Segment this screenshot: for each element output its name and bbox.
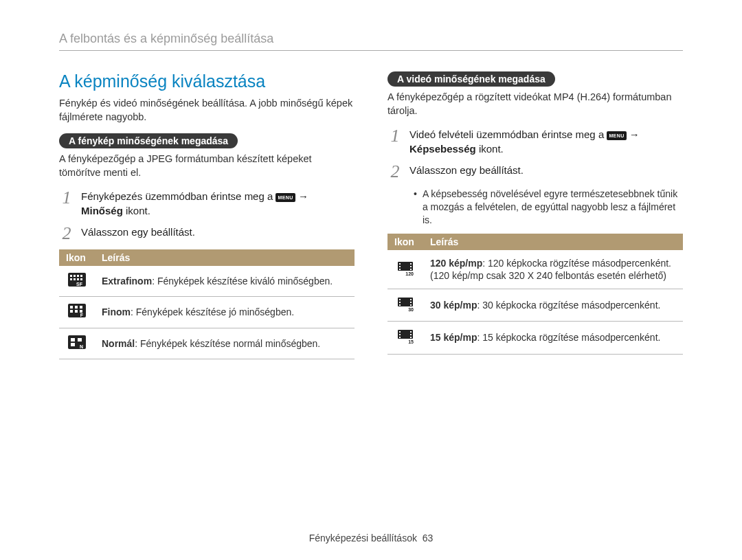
content-columns: A képminőség kiválasztása Fénykép és vid… [59, 71, 683, 359]
svg-rect-18 [68, 335, 86, 349]
svg-rect-40 [399, 331, 401, 333]
right-column: A videó minőségének megadása A fényképez… [387, 71, 683, 359]
svg-rect-21 [71, 343, 75, 346]
photo-quality-pill: A fénykép minőségének megadása [59, 133, 238, 148]
quality-icon-cell: SF [59, 266, 95, 297]
svg-rect-44 [410, 334, 412, 335]
svg-rect-6 [74, 278, 76, 280]
svg-rect-41 [399, 334, 401, 335]
quality-name: Normál [102, 338, 135, 349]
quality-icon-extrafine: SF [68, 273, 86, 287]
step-text-post: ikont. [123, 205, 150, 216]
table-row: N Normál: Fényképek készítése normál min… [59, 328, 355, 359]
svg-rect-28 [410, 266, 412, 267]
framerate-desc: 30 kép/mp: 30 képkocka rögzítése másodpe… [423, 289, 683, 322]
step-number: 2 [387, 163, 403, 181]
svg-rect-8 [80, 278, 82, 280]
menu-icon: MENU [607, 131, 626, 140]
step-body: Válasszon egy beállítást. [409, 163, 524, 177]
bullet-text: A képsebesség növelésével egyre természe… [423, 188, 683, 227]
quality-icon-cell: N [59, 328, 95, 359]
quality-rest: : Fényképek készítése jó minőségben. [131, 306, 294, 317]
svg-rect-25 [399, 266, 401, 267]
footer-page-number: 63 [423, 533, 434, 544]
page-header-title: A felbontás és a képminőség beállítása [59, 32, 683, 50]
svg-rect-5 [70, 278, 72, 280]
svg-rect-19 [71, 338, 75, 341]
svg-text:N: N [80, 344, 83, 349]
header-divider [59, 50, 683, 51]
table-row: 30 30 kép/mp: 30 képkocka rögzítése máso… [387, 289, 683, 322]
svg-rect-36 [410, 302, 412, 303]
page: A felbontás és a képminőség beállítása A… [0, 0, 742, 560]
svg-rect-34 [399, 304, 401, 306]
framerate-rest: : 30 képkocka rögzítése másodpercenként. [477, 300, 660, 311]
th-desc: Leírás [423, 234, 683, 250]
left-step-1: 1 Fényképezés üzemmódban érintse meg a M… [59, 189, 355, 218]
step-text-post: ikont. [476, 143, 504, 155]
framerate-rest: : 120 képkocka rögzítése másodpercenként… [482, 258, 671, 269]
quality-rest: : Fényképek készítése kiváló minőségben. [152, 276, 333, 287]
svg-rect-33 [399, 302, 401, 303]
quality-desc: Normál: Fényképek készítése normál minős… [95, 328, 355, 359]
arrow-icon: → [629, 128, 640, 140]
table-row: F Finom: Fényképek készítése jó minőségb… [59, 297, 355, 328]
section-intro: Fénykép és videó minőségének beállítása.… [59, 97, 355, 124]
svg-rect-15 [75, 310, 78, 313]
framerate-desc: 15 kép/mp: 15 képkocka rögzítése másodpe… [423, 322, 683, 354]
quality-icon-normal: N [68, 335, 86, 349]
framerate-icon-cell: 15 [387, 322, 423, 354]
quality-icon-fine: F [68, 304, 86, 317]
svg-rect-20 [78, 338, 82, 341]
svg-text:120: 120 [405, 271, 414, 276]
left-step-2: 2 Válasszon egy beállítást. [59, 225, 355, 243]
svg-rect-45 [410, 337, 412, 338]
svg-rect-42 [399, 337, 401, 338]
photo-quality-sub: A fényképezőgép a JPEG formátumban készí… [59, 153, 355, 179]
quality-desc: Finom: Fényképek készítése jó minőségben… [95, 297, 355, 328]
framerate-name: 15 kép/mp [430, 332, 477, 343]
footer-label: Fényképezési beállítások [309, 533, 417, 544]
right-step-2: 2 Válasszon egy beállítást. [387, 163, 683, 181]
step-body: Fényképezés üzemmódban érintse meg a MEN… [81, 189, 308, 218]
right-step-1: 1 Videó felvételi üzemmódban érintse meg… [387, 127, 683, 156]
video-quality-sub: A fényképezőgép a rögzített videókat MP4… [387, 91, 683, 117]
svg-text:30: 30 [408, 307, 414, 311]
arrow-icon: → [298, 190, 308, 202]
framerate-note: (120 kép/mp csak 320 X 240 felbontás ese… [430, 270, 666, 281]
svg-rect-4 [80, 275, 82, 277]
svg-rect-26 [399, 269, 401, 270]
framerate-rest: : 15 képkocka rögzítése másodpercenként. [477, 332, 660, 343]
table-row: 15 15 kép/mp: 15 képkocka rögzítése máso… [387, 322, 683, 354]
quality-name: Finom [102, 306, 131, 317]
svg-rect-1 [70, 275, 72, 277]
step-body: Videó felvételi üzemmódban érintse meg a… [409, 127, 640, 156]
svg-rect-11 [70, 306, 73, 309]
svg-rect-24 [399, 263, 401, 265]
svg-text:SF: SF [76, 282, 83, 287]
framerate-icon-120: 120 [396, 260, 414, 276]
step-number: 1 [387, 127, 403, 145]
svg-text:15: 15 [408, 339, 414, 344]
svg-rect-13 [80, 306, 82, 309]
th-icon: Ikon [387, 234, 423, 250]
step-number: 1 [59, 189, 74, 207]
step-bold: Képsebesség [409, 143, 476, 155]
svg-rect-12 [75, 306, 78, 309]
th-desc: Leírás [95, 249, 355, 266]
quality-name: Extrafinom [102, 276, 152, 287]
framerate-icon-15: 15 [396, 328, 414, 344]
menu-icon: MENU [276, 193, 295, 202]
svg-rect-7 [77, 278, 79, 280]
svg-rect-35 [410, 299, 412, 300]
step-text-pre: Videó felvételi üzemmódban érintse meg a [409, 128, 607, 140]
svg-rect-29 [410, 269, 412, 270]
photo-quality-table: Ikon Leírás [59, 249, 355, 359]
bullet: • A képsebesség növelésével egyre termés… [414, 188, 683, 227]
step-body: Válasszon egy beállítást. [81, 225, 195, 239]
video-quality-pill: A videó minőségének megadása [387, 71, 555, 87]
svg-rect-14 [70, 310, 73, 313]
quality-icon-cell: F [59, 297, 95, 328]
video-quality-table: Ikon Leírás [387, 234, 683, 355]
quality-desc: Extrafinom: Fényképek készítése kiváló m… [95, 266, 355, 297]
